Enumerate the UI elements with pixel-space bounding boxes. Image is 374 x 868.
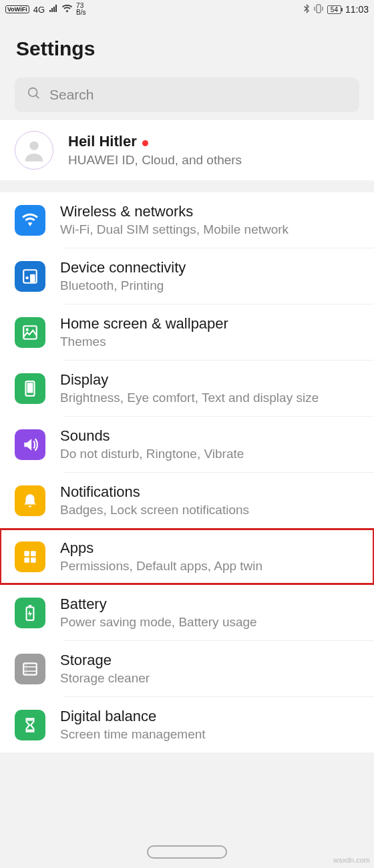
avatar bbox=[15, 131, 53, 170]
bluetooth-icon bbox=[303, 4, 310, 15]
account-row[interactable]: Heil Hitler HUAWEI ID, Cloud, and others bbox=[0, 120, 374, 180]
sound-icon bbox=[15, 429, 45, 460]
hourglass-icon bbox=[15, 710, 45, 740]
battery-icon bbox=[15, 598, 45, 628]
svg-rect-4 bbox=[30, 274, 35, 282]
storage-icon bbox=[15, 654, 45, 684]
settings-row-hourglass[interactable]: Digital balanceScreen time management bbox=[0, 697, 374, 752]
row-title: Device connectivity bbox=[60, 259, 359, 276]
account-name: Heil Hitler bbox=[68, 133, 137, 150]
row-sub: Themes bbox=[60, 335, 359, 349]
search-input[interactable]: Search bbox=[15, 77, 359, 112]
settings-row-bell[interactable]: NotificationsBadges, Lock screen notific… bbox=[0, 473, 374, 528]
apps-icon bbox=[15, 541, 45, 572]
settings-row-storage[interactable]: StorageStorage cleaner bbox=[0, 641, 374, 696]
settings-row-display[interactable]: DisplayBrightness, Eye comfort, Text and… bbox=[0, 361, 374, 416]
row-sub: Bluetooth, Printing bbox=[60, 278, 359, 293]
battery-icon: 54 bbox=[327, 5, 341, 14]
svg-rect-10 bbox=[24, 551, 29, 556]
watermark: wsxdn.com bbox=[333, 856, 370, 864]
account-sub: HUAWEI ID, Cloud, and others bbox=[68, 153, 242, 168]
home-icon bbox=[15, 317, 45, 348]
row-sub: Power saving mode, Battery usage bbox=[60, 615, 359, 630]
row-title: Battery bbox=[60, 596, 359, 613]
svg-rect-13 bbox=[31, 558, 36, 563]
row-title: Wireless & networks bbox=[60, 203, 359, 220]
settings-row-sound[interactable]: SoundsDo not disturb, Ringtone, Vibrate bbox=[0, 417, 374, 472]
vibrate-icon bbox=[314, 4, 323, 15]
row-sub: Permissions, Default apps, App twin bbox=[60, 559, 359, 574]
signal-icon bbox=[49, 5, 58, 15]
row-title: Display bbox=[60, 371, 359, 389]
search-icon bbox=[27, 86, 41, 104]
settings-row-battery[interactable]: BatteryPower saving mode, Battery usage bbox=[0, 585, 374, 640]
svg-point-5 bbox=[26, 276, 29, 279]
settings-list: Wireless & networksWi-Fi, Dual SIM setti… bbox=[0, 192, 374, 752]
svg-rect-15 bbox=[29, 605, 31, 607]
search-placeholder: Search bbox=[49, 87, 94, 103]
row-sub: Brightness, Eye comfort, Text and displa… bbox=[60, 391, 359, 405]
svg-rect-11 bbox=[31, 551, 36, 556]
data-rate-unit: B/s bbox=[76, 9, 85, 16]
row-title: Sounds bbox=[60, 427, 359, 445]
svg-rect-12 bbox=[24, 558, 29, 563]
svg-point-7 bbox=[26, 328, 29, 331]
svg-rect-16 bbox=[23, 663, 37, 674]
gesture-bar[interactable] bbox=[0, 845, 374, 859]
row-title: Home screen & wallpaper bbox=[60, 315, 359, 333]
settings-row-apps[interactable]: AppsPermissions, Default apps, App twin bbox=[0, 529, 374, 584]
page-title: Settings bbox=[0, 19, 374, 72]
vowifi-badge: VoWiFi bbox=[5, 5, 29, 13]
wifi-icon bbox=[62, 5, 72, 15]
row-title: Notifications bbox=[60, 483, 359, 501]
row-sub: Storage cleaner bbox=[60, 671, 359, 686]
row-sub: Wi-Fi, Dual SIM settings, Mobile network bbox=[60, 222, 359, 237]
svg-rect-9 bbox=[27, 383, 33, 393]
devices-icon bbox=[15, 261, 45, 292]
row-title: Storage bbox=[60, 652, 359, 669]
clock: 11:03 bbox=[345, 4, 369, 15]
svg-point-1 bbox=[29, 87, 37, 96]
svg-rect-0 bbox=[317, 5, 321, 13]
wifi-icon bbox=[15, 205, 45, 236]
settings-row-home[interactable]: Home screen & wallpaperThemes bbox=[0, 304, 374, 360]
bell-icon bbox=[15, 485, 45, 516]
row-title: Apps bbox=[60, 539, 359, 557]
row-sub: Do not disturb, Ringtone, Vibrate bbox=[60, 447, 359, 461]
row-sub: Screen time management bbox=[60, 727, 359, 742]
display-icon bbox=[15, 373, 45, 404]
settings-row-devices[interactable]: Device connectivityBluetooth, Printing bbox=[0, 248, 374, 304]
network-type: 4G bbox=[33, 5, 45, 15]
status-bar: VoWiFi 4G 73 B/s 54 11:03 bbox=[0, 0, 374, 19]
row-title: Digital balance bbox=[60, 708, 359, 725]
settings-row-wifi[interactable]: Wireless & networksWi-Fi, Dual SIM setti… bbox=[0, 192, 374, 248]
row-sub: Badges, Lock screen notifications bbox=[60, 503, 359, 517]
svg-point-2 bbox=[29, 142, 38, 150]
notification-dot-icon bbox=[142, 140, 148, 146]
